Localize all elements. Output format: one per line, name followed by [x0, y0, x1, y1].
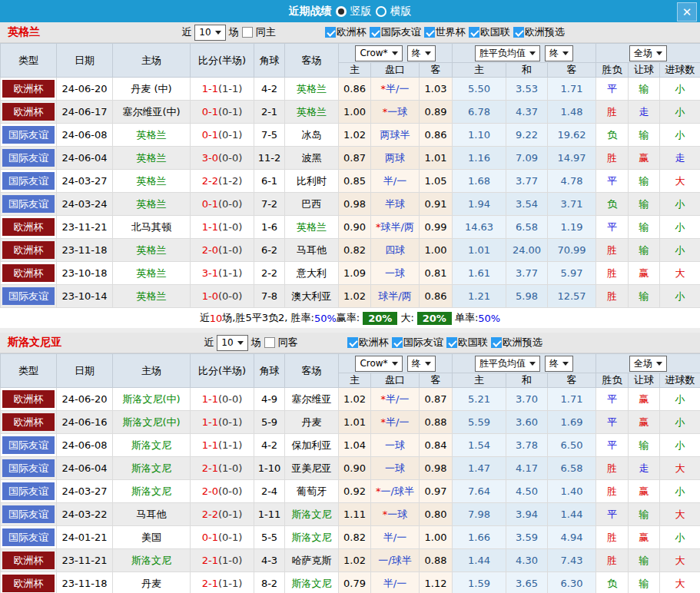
lose-odds-cell: 1.44 — [548, 503, 596, 526]
home-team-cell: 英格兰 — [113, 124, 191, 147]
handicap-cell: 一球 — [371, 262, 420, 285]
home-team-name: 丹麦 — [141, 578, 161, 589]
away-handicap-odds-cell: 1.00 — [420, 239, 453, 262]
chevron-down-icon — [562, 362, 569, 366]
handicap-result-cell: 输 — [629, 193, 660, 216]
league-filter: 国际友谊 — [392, 336, 443, 350]
bookmaker-select[interactable]: Crow* — [355, 45, 402, 61]
bookmaker-select[interactable]: Crow* — [355, 356, 402, 372]
win-odds-cell: 5.50 — [453, 78, 506, 101]
home-team-cell: 斯洛文尼(中) — [113, 411, 191, 434]
result-cell: 平 — [596, 216, 629, 239]
close-icon[interactable]: ✕ — [677, 2, 697, 22]
goals-result-cell: 小 — [660, 124, 700, 147]
home-handicap-odds-cell: 1.11 — [339, 503, 371, 526]
goals-result-cell: 小 — [660, 411, 700, 434]
near-label: 近 — [204, 336, 214, 350]
type-badge: 欧洲杯 — [2, 264, 55, 282]
league-filter: 欧国联 — [446, 336, 488, 350]
half-time-score: (0-1) — [218, 509, 242, 520]
corner-cell: 1-10 — [254, 457, 285, 480]
match-row: 国际友谊24-06-08英格兰0-1(0-1)7-5冰岛1.02两球半0.861… — [1, 124, 700, 147]
handicap-cell: 一球 — [371, 457, 420, 480]
league-checkbox[interactable] — [491, 337, 502, 348]
full-match-select[interactable]: 全场 — [629, 45, 667, 61]
sub-lose: 客 — [548, 373, 596, 388]
same-venue-label: 同主 — [256, 25, 276, 39]
home-team-name: 斯洛文尼 — [131, 462, 171, 474]
result-cell: 平 — [596, 170, 629, 193]
league-checkbox[interactable] — [513, 27, 524, 38]
corner-cell: 1-6 — [254, 216, 285, 239]
handicap-result-cell: 输 — [629, 170, 660, 193]
sub-lose: 客 — [548, 63, 596, 78]
col-away: 客场 — [285, 354, 339, 388]
vertical-layout-radio[interactable] — [336, 6, 347, 17]
home-handicap-odds-cell: 1.04 — [339, 434, 371, 457]
league-checkbox[interactable] — [325, 27, 336, 38]
type-badge: 欧洲杯 — [2, 552, 55, 569]
final-wdl-select[interactable]: 终 — [545, 45, 573, 61]
matches-count-select[interactable]: 10 — [194, 25, 225, 41]
away-team-cell: 保加利亚 — [285, 434, 339, 457]
half-time-score: (1-0) — [218, 462, 242, 474]
home-team-cell: 英格兰 — [113, 239, 191, 262]
home-team-cell: 斯洛文尼 — [113, 457, 191, 480]
full-time-score: 1-1 — [202, 416, 218, 428]
home-team-cell: 英格兰 — [113, 170, 191, 193]
chevron-down-icon — [562, 51, 569, 55]
away-handicap-odds-cell: 1.05 — [420, 170, 453, 193]
full-match-select[interactable]: 全场 — [629, 356, 667, 372]
away-team-name: 英格兰 — [297, 221, 327, 233]
lose-odds-cell: 1.48 — [548, 101, 596, 124]
half-time-score: (1-2) — [218, 175, 242, 187]
summary: 近10场,胜5平3负2, 胜率:50% 赢率:20% 大:20% 单率:50% — [0, 308, 700, 328]
home-team-cell: 英格兰 — [113, 262, 191, 285]
sub-handicap: 盘口 — [371, 63, 420, 78]
league-label: 欧国联 — [458, 336, 488, 350]
summary-segment: 10 — [210, 313, 223, 324]
same-venue-checkbox[interactable] — [242, 27, 253, 38]
draw-odds-cell: 5.98 — [506, 285, 548, 308]
type-cell: 欧洲杯 — [1, 388, 57, 411]
league-checkbox[interactable] — [446, 337, 457, 348]
goals-result-cell: 大 — [660, 549, 700, 572]
result-cell: 胜 — [596, 480, 629, 503]
home-team-name: 斯洛文尼 — [131, 555, 171, 566]
chevron-down-icon — [425, 51, 431, 55]
win-odds-cell: 1.54 — [453, 434, 506, 457]
type-badge: 国际友谊 — [2, 436, 55, 454]
date-cell: 24-06-08 — [57, 434, 113, 457]
league-checkbox[interactable] — [469, 27, 479, 38]
league-checkbox[interactable] — [347, 337, 358, 348]
titlebar: 近期战绩 竖版 横版 ✕ — [0, 0, 700, 22]
league-checkbox[interactable] — [392, 337, 403, 348]
win-odds-cell: 7.98 — [453, 503, 506, 526]
league-filter: 欧洲杯 — [347, 336, 389, 350]
same-venue-checkbox[interactable] — [264, 337, 275, 348]
league-filters: 欧洲杯国际友谊世界杯欧国联欧洲预选 — [325, 25, 565, 39]
league-checkbox[interactable] — [424, 27, 435, 38]
league-checkbox[interactable] — [370, 27, 380, 38]
handicap-result-cell: 输 — [629, 572, 660, 593]
goals-result-cell: 小 — [660, 78, 700, 101]
type-cell: 欧洲杯 — [1, 411, 57, 434]
final-wdl-select[interactable]: 终 — [545, 356, 573, 372]
final-odds-select[interactable]: 终 — [407, 356, 436, 372]
lose-odds-cell: 14.97 — [548, 147, 596, 170]
matches-table: 类型 日期 主场 比分(半场) 角球 客场 Crow* 终 胜平负均值 终 — [0, 353, 700, 593]
final-odds-select[interactable]: 终 — [407, 45, 436, 61]
result-cell: 胜 — [596, 147, 629, 170]
wdl-average-select[interactable]: 胜平负均值 — [475, 356, 540, 372]
matches-count-select[interactable]: 10 — [217, 335, 247, 351]
handicap-value: 半/一 — [386, 416, 409, 428]
wdl-average-select[interactable]: 胜平负均值 — [475, 45, 540, 61]
sub-draw: 和 — [506, 373, 548, 388]
half-time-score: (0-1) — [218, 106, 242, 118]
section-header: 斯洛文尼亚 近 10 场 同客 欧洲杯国际友谊欧国联欧洲预选 — [0, 333, 700, 353]
handicap-cell: *半/一 — [371, 388, 420, 411]
type-cell: 欧洲杯 — [1, 101, 57, 124]
horizontal-layout-radio[interactable] — [376, 6, 386, 17]
type-badge: 国际友谊 — [2, 126, 55, 144]
match-row: 欧洲杯23-11-21斯洛文尼2-1(1-0)4-3哈萨克斯1.02一/球半0.… — [1, 549, 700, 572]
